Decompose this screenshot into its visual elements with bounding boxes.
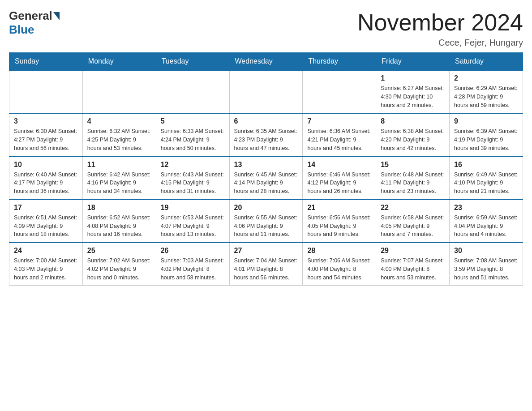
- calendar-header-tuesday: Tuesday: [156, 53, 229, 71]
- calendar-cell: 24Sunrise: 7:00 AM Sunset: 4:03 PM Dayli…: [9, 243, 83, 286]
- day-info: Sunrise: 6:30 AM Sunset: 4:27 PM Dayligh…: [14, 127, 78, 152]
- day-info: Sunrise: 6:55 AM Sunset: 4:06 PM Dayligh…: [234, 214, 298, 239]
- calendar-cell: 16Sunrise: 6:49 AM Sunset: 4:10 PM Dayli…: [450, 157, 523, 200]
- day-number: 3: [14, 117, 78, 125]
- day-info: Sunrise: 6:46 AM Sunset: 4:12 PM Dayligh…: [307, 171, 371, 196]
- day-info: Sunrise: 7:04 AM Sunset: 4:01 PM Dayligh…: [234, 257, 298, 282]
- day-number: 1: [381, 74, 445, 82]
- calendar-cell: 1Sunrise: 6:27 AM Sunset: 4:30 PM Daylig…: [376, 70, 450, 113]
- logo: General Blue: [9, 9, 60, 37]
- day-number: 14: [307, 161, 371, 169]
- day-number: 18: [87, 204, 151, 212]
- day-number: 21: [307, 204, 371, 212]
- calendar-cell: 30Sunrise: 7:08 AM Sunset: 3:59 PM Dayli…: [450, 243, 523, 286]
- calendar-cell: [229, 70, 303, 113]
- calendar-week-5: 24Sunrise: 7:00 AM Sunset: 4:03 PM Dayli…: [9, 243, 523, 286]
- day-number: 11: [87, 161, 151, 169]
- calendar-week-1: 1Sunrise: 6:27 AM Sunset: 4:30 PM Daylig…: [9, 70, 523, 113]
- day-info: Sunrise: 6:49 AM Sunset: 4:10 PM Dayligh…: [454, 171, 518, 196]
- calendar-table: SundayMondayTuesdayWednesdayThursdayFrid…: [9, 52, 523, 286]
- day-number: 2: [454, 74, 518, 82]
- day-number: 12: [161, 161, 225, 169]
- day-info: Sunrise: 6:53 AM Sunset: 4:07 PM Dayligh…: [161, 214, 225, 239]
- month-title: November 2024: [357, 9, 523, 36]
- header-right: November 2024 Cece, Fejer, Hungary: [357, 9, 523, 48]
- day-number: 13: [234, 161, 298, 169]
- day-number: 20: [234, 204, 298, 212]
- day-number: 15: [381, 161, 445, 169]
- day-info: Sunrise: 7:08 AM Sunset: 3:59 PM Dayligh…: [454, 257, 518, 282]
- calendar-cell: 17Sunrise: 6:51 AM Sunset: 4:09 PM Dayli…: [9, 200, 83, 243]
- day-info: Sunrise: 6:51 AM Sunset: 4:09 PM Dayligh…: [14, 214, 78, 239]
- calendar-week-3: 10Sunrise: 6:40 AM Sunset: 4:17 PM Dayli…: [9, 157, 523, 200]
- day-number: 30: [454, 247, 518, 255]
- calendar-cell: 5Sunrise: 6:33 AM Sunset: 4:24 PM Daylig…: [156, 113, 229, 156]
- day-info: Sunrise: 6:33 AM Sunset: 4:24 PM Dayligh…: [161, 127, 225, 152]
- day-info: Sunrise: 6:52 AM Sunset: 4:08 PM Dayligh…: [87, 214, 151, 239]
- calendar-cell: 2Sunrise: 6:29 AM Sunset: 4:28 PM Daylig…: [450, 70, 523, 113]
- calendar-cell: [9, 70, 83, 113]
- calendar-cell: 27Sunrise: 7:04 AM Sunset: 4:01 PM Dayli…: [229, 243, 303, 286]
- calendar-week-4: 17Sunrise: 6:51 AM Sunset: 4:09 PM Dayli…: [9, 200, 523, 243]
- day-number: 29: [381, 247, 445, 255]
- calendar-header-wednesday: Wednesday: [229, 53, 303, 71]
- day-number: 23: [454, 204, 518, 212]
- day-number: 27: [234, 247, 298, 255]
- calendar-cell: 4Sunrise: 6:32 AM Sunset: 4:25 PM Daylig…: [82, 113, 156, 156]
- day-info: Sunrise: 6:56 AM Sunset: 4:05 PM Dayligh…: [307, 214, 371, 239]
- calendar-cell: 11Sunrise: 6:42 AM Sunset: 4:16 PM Dayli…: [82, 157, 156, 200]
- day-number: 9: [454, 117, 518, 125]
- calendar-header-saturday: Saturday: [450, 53, 523, 71]
- calendar-cell: 10Sunrise: 6:40 AM Sunset: 4:17 PM Dayli…: [9, 157, 83, 200]
- day-info: Sunrise: 6:40 AM Sunset: 4:17 PM Dayligh…: [14, 171, 78, 196]
- day-number: 5: [161, 117, 225, 125]
- day-number: 22: [381, 204, 445, 212]
- day-number: 8: [381, 117, 445, 125]
- day-number: 10: [14, 161, 78, 169]
- calendar-cell: 29Sunrise: 7:07 AM Sunset: 4:00 PM Dayli…: [376, 243, 450, 286]
- calendar-cell: 22Sunrise: 6:58 AM Sunset: 4:05 PM Dayli…: [376, 200, 450, 243]
- calendar-cell: 8Sunrise: 6:38 AM Sunset: 4:20 PM Daylig…: [376, 113, 450, 156]
- calendar-cell: 20Sunrise: 6:55 AM Sunset: 4:06 PM Dayli…: [229, 200, 303, 243]
- day-info: Sunrise: 6:29 AM Sunset: 4:28 PM Dayligh…: [454, 84, 518, 109]
- day-info: Sunrise: 6:32 AM Sunset: 4:25 PM Dayligh…: [87, 127, 151, 152]
- calendar-cell: [82, 70, 156, 113]
- calendar-header-row: SundayMondayTuesdayWednesdayThursdayFrid…: [9, 53, 523, 71]
- calendar-cell: 12Sunrise: 6:43 AM Sunset: 4:15 PM Dayli…: [156, 157, 229, 200]
- day-number: 19: [161, 204, 225, 212]
- calendar-header-monday: Monday: [82, 53, 156, 71]
- day-info: Sunrise: 7:00 AM Sunset: 4:03 PM Dayligh…: [14, 257, 78, 282]
- day-info: Sunrise: 6:59 AM Sunset: 4:04 PM Dayligh…: [454, 214, 518, 239]
- calendar-cell: 15Sunrise: 6:48 AM Sunset: 4:11 PM Dayli…: [376, 157, 450, 200]
- day-info: Sunrise: 6:43 AM Sunset: 4:15 PM Dayligh…: [161, 171, 225, 196]
- calendar-cell: 13Sunrise: 6:45 AM Sunset: 4:14 PM Dayli…: [229, 157, 303, 200]
- day-number: 25: [87, 247, 151, 255]
- day-info: Sunrise: 7:06 AM Sunset: 4:00 PM Dayligh…: [307, 257, 371, 282]
- location-label: Cece, Fejer, Hungary: [357, 38, 523, 48]
- calendar-cell: 14Sunrise: 6:46 AM Sunset: 4:12 PM Dayli…: [303, 157, 376, 200]
- logo-blue-text: Blue: [9, 23, 34, 36]
- calendar-cell: 26Sunrise: 7:03 AM Sunset: 4:02 PM Dayli…: [156, 243, 229, 286]
- calendar-cell: 23Sunrise: 6:59 AM Sunset: 4:04 PM Dayli…: [450, 200, 523, 243]
- calendar-cell: 3Sunrise: 6:30 AM Sunset: 4:27 PM Daylig…: [9, 113, 83, 156]
- calendar-cell: [303, 70, 376, 113]
- day-number: 16: [454, 161, 518, 169]
- calendar-header-thursday: Thursday: [303, 53, 376, 71]
- day-number: 17: [14, 204, 78, 212]
- day-info: Sunrise: 7:07 AM Sunset: 4:00 PM Dayligh…: [381, 257, 445, 282]
- calendar-cell: [156, 70, 229, 113]
- logo-general-text: General: [9, 9, 52, 23]
- day-info: Sunrise: 6:39 AM Sunset: 4:19 PM Dayligh…: [454, 127, 518, 152]
- day-number: 28: [307, 247, 371, 255]
- page-header: General Blue November 2024 Cece, Fejer, …: [9, 9, 523, 48]
- day-info: Sunrise: 6:38 AM Sunset: 4:20 PM Dayligh…: [381, 127, 445, 152]
- day-number: 6: [234, 117, 298, 125]
- day-info: Sunrise: 6:48 AM Sunset: 4:11 PM Dayligh…: [381, 171, 445, 196]
- calendar-cell: 21Sunrise: 6:56 AM Sunset: 4:05 PM Dayli…: [303, 200, 376, 243]
- calendar-week-2: 3Sunrise: 6:30 AM Sunset: 4:27 PM Daylig…: [9, 113, 523, 156]
- calendar-cell: 9Sunrise: 6:39 AM Sunset: 4:19 PM Daylig…: [450, 113, 523, 156]
- calendar-cell: 7Sunrise: 6:36 AM Sunset: 4:21 PM Daylig…: [303, 113, 376, 156]
- day-info: Sunrise: 6:58 AM Sunset: 4:05 PM Dayligh…: [381, 214, 445, 239]
- logo-arrow-icon: [53, 12, 60, 20]
- day-number: 4: [87, 117, 151, 125]
